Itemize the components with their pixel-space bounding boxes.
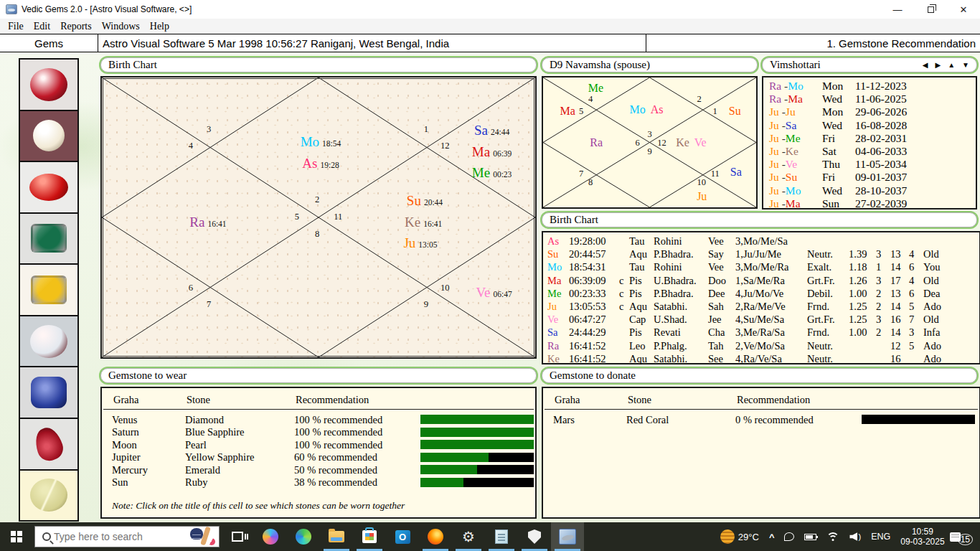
notification-center-button[interactable]: 15	[950, 528, 980, 545]
positions-panel: Birth Chart As19:28:00TauRohiniVee3,Mo/M…	[542, 212, 980, 364]
clock[interactable]: 10:59 09-03-2025	[895, 522, 949, 551]
dasha-row-ju-me[interactable]: Ju -MeFri28-02-2031	[769, 132, 976, 145]
taskbar-search[interactable]	[34, 526, 220, 547]
donate-title[interactable]: Gemstone to donate	[542, 368, 977, 383]
vimshottari-up-button[interactable]: ▲	[948, 61, 955, 69]
house-number-12: 12	[440, 140, 450, 151]
tray-expand-button[interactable]: ^	[764, 522, 780, 551]
house-number-7: 7	[579, 168, 583, 179]
planet-positions-table: As19:28:00TauRohiniVee3,Mo/Me/SaSu20:44:…	[543, 232, 979, 365]
battery-tray-button[interactable]	[799, 522, 821, 551]
security-button[interactable]	[518, 522, 551, 551]
menu-edit[interactable]: Edit	[29, 21, 55, 32]
dasha-row-ju-ke[interactable]: Ju -KeSat04-06-2033	[769, 145, 976, 158]
wear-row-moon: MoonPearl100 % recommended	[102, 439, 535, 451]
dasha-row-ju-ju[interactable]: Ju -JuMon29-06-2026	[769, 105, 976, 118]
wifi-icon	[826, 532, 839, 542]
gem-ruby[interactable]	[19, 58, 79, 111]
volume-tray-button[interactable]: )	[844, 522, 866, 551]
network-tray-button[interactable]	[821, 522, 844, 551]
position-row-ve: Ve06:47:27CapU.Shad.Jee4,Su/Me/SaGrt.Fr.…	[547, 313, 979, 326]
dasha-row-ju-mo[interactable]: Ju -MoWed28-10-2037	[769, 184, 976, 197]
restore-icon	[928, 6, 934, 13]
donate-row-mars: MarsRed Coral0 % recommended	[543, 414, 979, 425]
position-row-su: Su20:44:57AquP.Bhadra.Say1,Ju/Ju/MeNeutr…	[547, 248, 979, 260]
position-row-as: As19:28:00TauRohiniVee3,Mo/Me/Sa	[547, 235, 979, 248]
wear-panel: Gemstone to wear Graha Stone Recommendat…	[100, 368, 537, 519]
birth-chart-title[interactable]: Birth Chart	[100, 57, 537, 72]
planet-ma: Ma06:39	[472, 144, 512, 160]
store-button[interactable]	[353, 522, 386, 551]
dasha-row-ju-ve[interactable]: Ju -VeThu11-05-2034	[769, 158, 976, 171]
wear-table-header: Graha Stone Recommendation	[103, 388, 534, 410]
outlook-button[interactable]: O	[386, 522, 419, 551]
gem-diamond[interactable]	[19, 315, 79, 368]
wear-title[interactable]: Gemstone to wear	[100, 368, 537, 383]
diamond-image	[30, 325, 67, 358]
dasha-row-ju-ma[interactable]: Ju -MaSun27-02-2039	[769, 197, 976, 210]
gem-red-coral[interactable]	[19, 161, 79, 214]
search-input[interactable]	[51, 531, 189, 542]
file-explorer-button[interactable]	[320, 522, 353, 551]
navamsha-title[interactable]: D9 Navamsha (spouse)	[542, 57, 758, 72]
gem-garnet[interactable]	[19, 418, 79, 471]
teams-tray-button[interactable]	[779, 522, 799, 551]
planet-as: As19:28	[302, 156, 339, 171]
menu-bar: File Edit Reports Windows Help	[0, 19, 980, 34]
house-number-3: 3	[647, 128, 651, 139]
minimize-button[interactable]: —	[881, 0, 914, 19]
task-view-button[interactable]	[221, 522, 254, 551]
vedic-gems-taskbar-button[interactable]	[551, 522, 584, 551]
position-row-ma: Ma06:39:09cPisU.Bhadra.Doo1,Sa/Me/RaGrt.…	[547, 274, 979, 287]
planet-me: Me	[588, 82, 603, 95]
gem-yellow-sapphire[interactable]	[19, 263, 79, 316]
recommendation-bar	[420, 465, 534, 474]
dasha-row-ju-sa[interactable]: Ju -SaWed16-08-2028	[769, 119, 976, 132]
menu-reports[interactable]: Reports	[55, 21, 97, 32]
house-number-1: 1	[424, 124, 428, 135]
language-indicator[interactable]: ENG	[866, 522, 895, 551]
planet-ke: Ke16:41	[405, 215, 442, 230]
position-row-me: Me00:23:33cPisP.Bhadra.Dee4,Ju/Mo/VeDebi…	[547, 287, 979, 300]
settings-button[interactable]: ⚙	[452, 522, 485, 551]
restore-button[interactable]	[914, 0, 947, 19]
gem-pearl[interactable]	[19, 110, 79, 163]
planet-mo: Mo18:54	[301, 134, 341, 150]
tray-date: 09-03-2025	[900, 537, 944, 547]
vimshottari-panel: Vimshottari ◀ ▶ ▲ ▼ Ra -MoMon11-12-2023R…	[762, 57, 977, 209]
copilot-button[interactable]	[254, 522, 287, 551]
vimshottari-prev-button[interactable]: ◀	[923, 61, 928, 69]
teams-icon	[784, 532, 794, 541]
gem-blue-sapphire[interactable]	[19, 366, 79, 419]
dasha-row-ra-mo[interactable]: Ra -MoMon11-12-2023	[769, 80, 976, 93]
close-button[interactable]: ✕	[947, 0, 980, 19]
cricket-graphic	[189, 527, 217, 547]
position-row-ju: Ju13:05:53cAquSatabhi.Sah2,Ra/Me/VeFrnd.…	[547, 300, 979, 313]
donate-table-header: Graha Stone Recommendation	[545, 388, 978, 410]
vimshottari-title[interactable]: Vimshottari ◀ ▶ ▲ ▼	[762, 57, 977, 72]
house-number-7: 7	[207, 298, 211, 309]
weather-widget[interactable]: 29°C	[715, 522, 764, 551]
edge-button[interactable]	[287, 522, 320, 551]
menu-help[interactable]: Help	[145, 21, 174, 32]
search-icon	[42, 532, 51, 541]
dasha-row-ju-su[interactable]: Ju -SuFri09-01-2037	[769, 171, 976, 184]
menu-file[interactable]: File	[3, 21, 29, 32]
dasha-row-ra-ma[interactable]: Ra -MaWed11-06-2025	[769, 93, 976, 105]
menu-windows[interactable]: Windows	[97, 21, 145, 32]
vimshottari-down-button[interactable]: ▼	[962, 61, 969, 69]
volume-icon: )	[849, 532, 861, 541]
header-row: Gems Astro Visual Software 5 Mar 1998 10…	[0, 34, 980, 52]
house-number-8: 8	[588, 176, 593, 187]
recommendation-bar	[420, 415, 534, 424]
positions-title[interactable]: Birth Chart	[542, 212, 977, 227]
firefox-button[interactable]	[419, 522, 452, 551]
gem-cats-eye[interactable]	[19, 469, 79, 522]
start-button[interactable]	[0, 522, 33, 551]
planet-su: Su20:44	[407, 193, 443, 209]
gem-emerald[interactable]	[19, 212, 79, 265]
navamsha-panel: D9 Navamsha (spouse) 452136129781110MeMa…	[542, 57, 758, 209]
vimshottari-next-button[interactable]: ▶	[935, 61, 941, 69]
notepad-button[interactable]	[485, 522, 518, 551]
planet-me: Me00:23	[472, 165, 512, 181]
